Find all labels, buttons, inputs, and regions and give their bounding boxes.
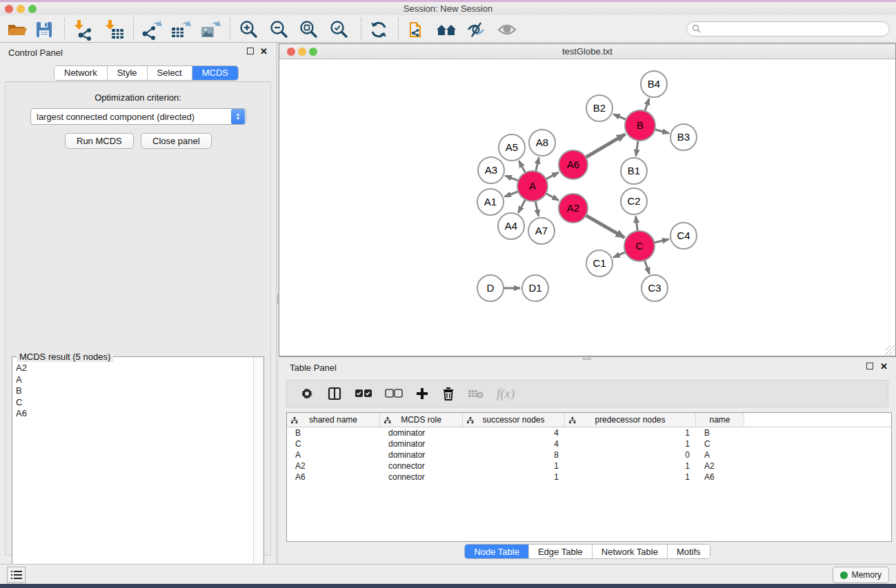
net-maximize-button[interactable] — [309, 48, 317, 56]
tab-mcds[interactable]: MCDS — [192, 66, 238, 80]
table-cell[interactable]: 4 — [463, 438, 565, 449]
search-input[interactable] — [701, 24, 889, 34]
open-file-icon[interactable] — [6, 19, 28, 41]
table-row[interactable]: A6connector11A6 — [287, 472, 891, 483]
minimize-window-button[interactable] — [17, 5, 25, 13]
float-panel-icon[interactable] — [247, 48, 254, 54]
search-field[interactable] — [686, 21, 890, 37]
tab-style[interactable]: Style — [108, 66, 148, 80]
tab-motifs[interactable]: Motifs — [668, 545, 710, 558]
table-cell[interactable]: B — [696, 427, 744, 438]
column-header-successor-nodes[interactable]: successor nodes — [463, 413, 565, 427]
optimization-criterion-select[interactable]: largest connected component (directed) ▲… — [30, 108, 246, 125]
column-header-MCDS-role[interactable]: MCDS role — [380, 413, 463, 427]
net-close-button[interactable] — [287, 48, 295, 56]
zoom-out-icon[interactable] — [268, 19, 290, 41]
deselect-all-icon[interactable] — [385, 389, 403, 398]
table-cell[interactable]: B — [287, 427, 380, 438]
table-cell[interactable]: dominator — [380, 438, 463, 449]
import-network-icon[interactable] — [72, 19, 94, 41]
table-cell[interactable]: 1 — [565, 472, 696, 483]
table-cell[interactable]: connector — [380, 472, 463, 483]
result-item[interactable]: B — [16, 385, 252, 397]
table-cell[interactable]: dominator — [380, 449, 463, 460]
function-builder-icon[interactable]: f(x) — [497, 386, 515, 401]
refresh-icon[interactable] — [368, 19, 390, 41]
table-cell[interactable]: A — [287, 449, 380, 460]
show-details-icon[interactable] — [496, 19, 518, 41]
table-cell[interactable]: A — [696, 449, 744, 460]
table-cell[interactable]: 8 — [463, 449, 565, 460]
table-cell[interactable]: A2 — [287, 460, 380, 472]
table-cell[interactable]: 0 — [565, 449, 696, 460]
divider-grip-horizontal[interactable] — [583, 356, 591, 360]
zoom-selected-icon[interactable] — [328, 19, 350, 41]
close-panel-button[interactable]: Close panel — [141, 133, 212, 149]
add-column-icon[interactable] — [415, 387, 429, 401]
memory-button[interactable]: Memory — [833, 567, 889, 583]
table-row[interactable]: Bdominator41B — [287, 427, 891, 438]
table-cell[interactable]: A2 — [696, 460, 744, 472]
tab-node-table[interactable]: Node Table — [465, 545, 529, 558]
result-item[interactable]: A2 — [16, 363, 252, 374]
table-cell[interactable]: 1 — [565, 427, 696, 438]
node-table[interactable]: shared nameMCDS rolesuccessor nodesprede… — [286, 412, 892, 542]
tab-select[interactable]: Select — [148, 66, 192, 80]
table-cell[interactable]: A6 — [287, 472, 380, 483]
network-graph[interactable]: B4B2BB3A5A8A6A3B1AC2A1A2A4A7C4CC1DD1C3 — [280, 60, 895, 356]
network-canvas[interactable]: B4B2BB3A5A8A6A3B1AC2A1A2A4A7C4CC1DD1C3 — [280, 60, 895, 356]
table-cell[interactable]: 1 — [463, 472, 565, 483]
table-cell[interactable]: C — [696, 438, 744, 449]
result-item[interactable]: A6 — [16, 408, 252, 420]
delete-column-icon[interactable] — [441, 386, 455, 401]
column-header-shared-name[interactable]: shared name — [287, 413, 380, 427]
zoom-fit-icon[interactable] — [298, 19, 320, 41]
tab-edge-table[interactable]: Edge Table — [529, 545, 593, 558]
close-panel-icon[interactable]: ✕ — [260, 46, 268, 57]
select-all-icon[interactable] — [355, 389, 372, 398]
table-cell[interactable]: A6 — [696, 472, 744, 483]
close-table-panel-icon[interactable]: ✕ — [880, 361, 888, 372]
table-panel: Table Panel ✕ f(x) shared nameMCDS roles… — [279, 356, 896, 564]
float-table-panel-icon[interactable] — [866, 363, 873, 369]
close-window-button[interactable] — [5, 5, 13, 13]
tab-network[interactable]: Network — [54, 66, 108, 80]
save-session-icon[interactable] — [33, 19, 55, 41]
hide-details-icon[interactable] — [465, 19, 487, 41]
import-table-icon[interactable] — [103, 19, 126, 41]
tab-network-table[interactable]: Network Table — [593, 545, 668, 558]
table-cell[interactable]: C — [287, 438, 380, 449]
table-cell[interactable]: 1 — [565, 438, 696, 449]
table-settings-icon[interactable] — [299, 386, 315, 401]
export-table-icon[interactable] — [170, 19, 192, 41]
home-pages-icon[interactable] — [435, 19, 457, 41]
result-item[interactable]: C — [16, 397, 252, 409]
task-history-button[interactable] — [7, 567, 26, 583]
table-cell[interactable]: 1 — [463, 460, 565, 472]
export-image-icon[interactable] — [199, 19, 221, 41]
network-from-file-icon[interactable] — [406, 19, 428, 41]
column-header-name[interactable]: name — [696, 413, 744, 427]
table-row[interactable]: A2connector11A2 — [287, 460, 891, 472]
table-row[interactable]: Cdominator41C — [287, 438, 891, 449]
result-scrollbar[interactable] — [253, 357, 263, 588]
network-window-titlebar[interactable]: testGlobe.txt — [279, 44, 895, 59]
delete-table-icon[interactable] — [468, 388, 484, 399]
table-cell[interactable]: 1 — [565, 460, 696, 472]
node-label-B2: B2 — [593, 102, 606, 114]
result-item[interactable]: A — [16, 374, 252, 386]
run-mcds-button[interactable]: Run MCDS — [65, 133, 134, 149]
table-cell[interactable]: 4 — [463, 427, 565, 438]
table-row[interactable]: Adominator80A — [287, 449, 891, 460]
column-header-predecessor-nodes[interactable]: predecessor nodes — [565, 413, 696, 427]
mcds-result-list[interactable]: A2ABCA6 — [13, 363, 252, 588]
window-resize-grip[interactable] — [885, 345, 895, 355]
table-cell[interactable]: connector — [380, 460, 463, 472]
table-cell[interactable]: dominator — [380, 427, 463, 438]
maximize-window-button[interactable] — [28, 5, 37, 13]
zoom-in-icon[interactable] — [238, 19, 260, 41]
net-minimize-button[interactable] — [298, 48, 306, 56]
export-network-icon[interactable] — [141, 19, 163, 41]
app-titlebar[interactable]: Session: New Session — [0, 2, 896, 15]
show-columns-icon[interactable] — [327, 386, 342, 401]
